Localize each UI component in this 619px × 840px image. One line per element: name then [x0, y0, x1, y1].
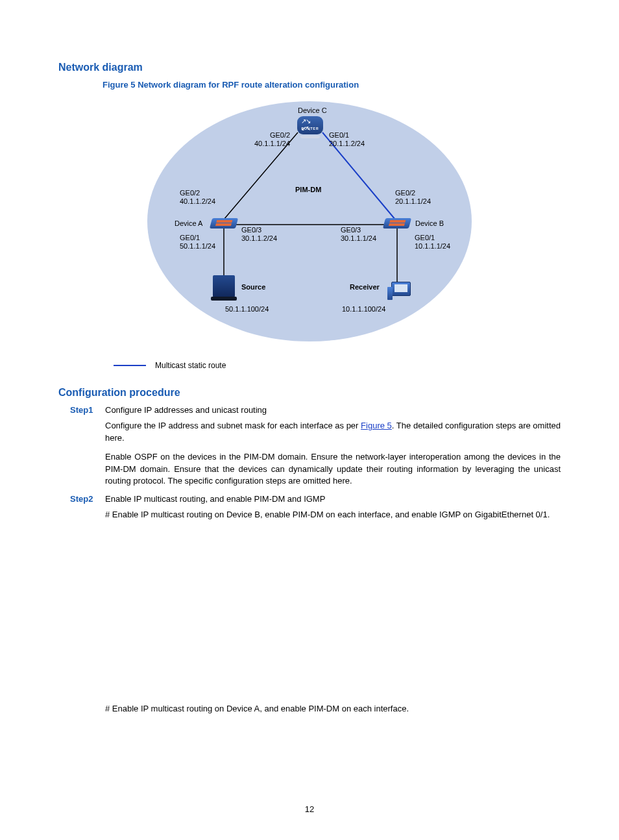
label-source-ip: 50.1.1.100/24: [225, 305, 269, 314]
step2-label: Step2: [70, 494, 99, 504]
switch-icon-b: [383, 218, 411, 229]
label-c-ge01: GE0/120.1.1.2/24: [329, 131, 365, 147]
diagram-legend: Multicast static route: [114, 361, 561, 370]
pc-icon: [387, 282, 411, 296]
label-a-ge01: GE0/150.1.1.1/24: [180, 234, 215, 250]
router-icon: ↗↘↙↖ ROUTER: [297, 116, 323, 138]
legend-line-icon: [114, 365, 146, 366]
page-number: 12: [0, 804, 619, 814]
step1-label: Step1: [70, 405, 99, 415]
figure-caption: Figure 5 Network diagram for RPF route a…: [103, 80, 561, 90]
label-pim-dm: PIM-DM: [295, 186, 321, 194]
step2-para2: # Enable IP multicast routing on Device …: [105, 703, 561, 715]
label-device-b: Device B: [415, 219, 444, 228]
step-1: Step1 Configure IP addresses and unicast…: [70, 405, 561, 415]
step1-title: Configure IP addresses and unicast routi…: [105, 405, 267, 415]
heading-config-procedure: Configuration procedure: [58, 387, 561, 399]
label-a-ge02: GE0/240.1.1.2/24: [180, 189, 215, 205]
label-a-ge03: GE0/330.1.1.2/24: [241, 226, 277, 242]
label-b-ge03: GE0/330.1.1.1/24: [341, 226, 376, 242]
label-b-ge01: GE0/110.1.1.1/24: [415, 234, 450, 250]
label-device-c: Device C: [298, 106, 327, 115]
legend-label: Multicast static route: [155, 361, 226, 370]
step2-para1: # Enable IP multicast routing on Device …: [105, 509, 561, 521]
figure-5-link[interactable]: Figure 5: [361, 421, 392, 430]
label-device-a: Device A: [175, 219, 202, 228]
label-source: Source: [241, 283, 265, 291]
label-receiver: Receiver: [350, 283, 380, 291]
switch-icon-a: [210, 218, 238, 229]
network-diagram: ↗↘↙↖ ROUTER Device C GE0/240.1.1.1/24 GE…: [108, 95, 511, 354]
step-2: Step2 Enable IP multicast routing, and e…: [70, 494, 561, 504]
step1-para2: Enable OSPF on the devices in the PIM-DM…: [105, 451, 561, 488]
server-icon: [213, 275, 235, 301]
step1-para1: Configure the IP address and subnet mask…: [105, 420, 561, 445]
label-c-ge02: GE0/240.1.1.1/24: [254, 131, 290, 147]
step2-title: Enable IP multicast routing, and enable …: [105, 494, 325, 504]
label-receiver-ip: 10.1.1.100/24: [342, 305, 385, 314]
heading-network-diagram: Network diagram: [58, 62, 561, 73]
label-b-ge02: GE0/220.1.1.1/24: [395, 189, 431, 205]
